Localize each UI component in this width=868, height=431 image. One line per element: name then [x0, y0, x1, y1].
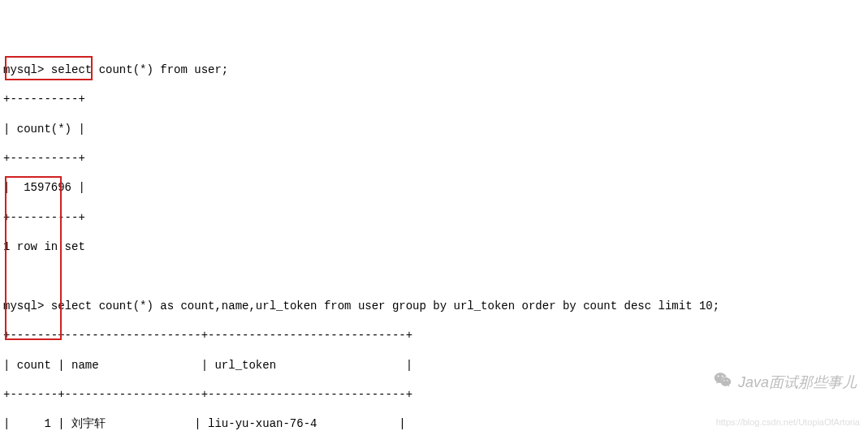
border1-bot: +----------+ — [3, 210, 865, 225]
highlight-count-column — [5, 176, 62, 340]
prompt: mysql> — [3, 63, 44, 76]
summary1: 1 row in set — [3, 239, 865, 254]
query1: select count(*) from user; — [51, 63, 228, 76]
header1: | count(*) | — [3, 122, 865, 136]
prompt-line-2: mysql> select count(*) as count,name,url… — [3, 299, 865, 313]
watermark: Java面试那些事儿 — [696, 352, 857, 413]
sub-watermark: https://blog.csdn.net/UtopiaOfArtoria — [716, 416, 860, 428]
prompt2: mysql> — [3, 300, 44, 312]
wechat-icon — [696, 352, 738, 413]
watermark-text: Java面试那些事儿 — [738, 373, 857, 392]
border1-mid: +----------+ — [3, 151, 865, 166]
border1-top: +----------+ — [3, 92, 865, 106]
border2-top: +-------+--------------------+----------… — [3, 328, 865, 343]
query2: select count(*) as count,name,url_token … — [51, 300, 719, 312]
prompt-line-1: mysql> select count(*) from user; — [3, 62, 865, 77]
result1-row: | 1597696 | — [3, 180, 865, 195]
blank1 — [3, 269, 865, 283]
